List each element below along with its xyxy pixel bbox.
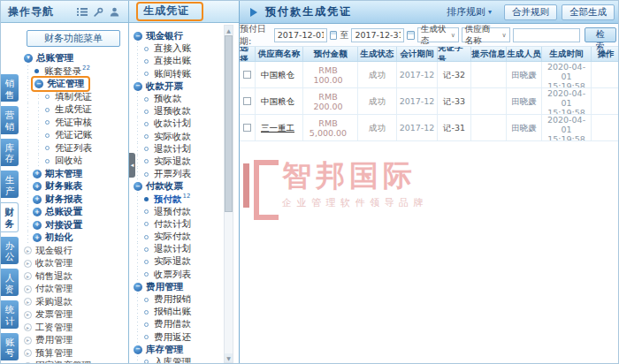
tree-node-icon: [144, 272, 149, 277]
tree-item[interactable]: 开票列表: [129, 168, 239, 180]
tree-item[interactable]: 费用报销: [129, 293, 239, 306]
voucher-tree-panel: 生成凭证 现金银行 直接入账: [129, 1, 240, 364]
scroll-down-icon[interactable]: ▼: [225, 353, 233, 362]
tree-item[interactable]: 账间转账: [129, 68, 239, 80]
list-icon[interactable]: [77, 7, 88, 16]
tree-item[interactable]: 初始化: [19, 231, 128, 245]
supplier-cell[interactable]: 中国粮仓: [256, 62, 303, 87]
tree-item[interactable]: 发票管理: [19, 308, 128, 322]
column-header[interactable]: 提示信息: [471, 47, 507, 61]
tree-item[interactable]: 生成凭证: [19, 103, 128, 117]
tree-item[interactable]: 现金银行: [129, 30, 239, 42]
tree-item[interactable]: 固定资产管理: [19, 360, 128, 364]
tree-item[interactable]: 退预付款: [129, 206, 239, 218]
tree-item[interactable]: 填制凭证: [19, 91, 128, 104]
chevron-down-icon: ∨: [501, 32, 506, 39]
tree-item[interactable]: 费用借款: [129, 318, 239, 330]
tree-item[interactable]: 退款计划: [129, 143, 239, 155]
tree-item[interactable]: 直接入账: [129, 42, 239, 55]
tree-item[interactable]: 财务账表: [19, 180, 128, 193]
module-tab[interactable]: 办公: [1, 237, 19, 264]
row-checkbox[interactable]: [243, 71, 251, 79]
tree-item[interactable]: 收款计划: [129, 118, 239, 130]
scrollbar-thumb[interactable]: [225, 35, 233, 212]
hint-cell: [471, 115, 507, 140]
tree-item[interactable]: 凭证列表: [19, 142, 128, 155]
panel-collapse-handle[interactable]: ◂: [129, 153, 135, 178]
scrollbar[interactable]: ▲ ▼: [224, 25, 233, 363]
tree-item[interactable]: 库存管理: [129, 344, 239, 356]
tree-item[interactable]: 销售退款: [19, 270, 128, 284]
module-tab[interactable]: 统计: [1, 300, 19, 328]
tree-item[interactable]: 费用返还: [129, 331, 239, 344]
tree-item[interactable]: 入库管理: [129, 356, 239, 364]
keyword-input[interactable]: [513, 28, 580, 42]
tree-item[interactable]: 退预收款: [129, 105, 239, 118]
tree-item[interactable]: 期末管理: [19, 168, 128, 181]
tree-item[interactable]: 付款收票: [129, 180, 239, 193]
scroll-up-icon[interactable]: ▲: [225, 26, 233, 34]
tree-item[interactable]: 收票列表: [129, 269, 239, 281]
tree-item[interactable]: 直接出账: [129, 55, 239, 67]
row-checkbox[interactable]: [243, 124, 251, 132]
column-header[interactable]: 操作: [592, 47, 619, 61]
tree-item[interactable]: 凭证管理: [19, 78, 128, 91]
tree-item[interactable]: 对接设置: [19, 219, 128, 232]
module-tab[interactable]: 账号: [1, 333, 19, 360]
module-tab[interactable]: 人资: [1, 269, 19, 296]
column-header[interactable]: 会计期间: [397, 47, 438, 61]
column-header[interactable]: 选择: [240, 47, 256, 61]
tree-item[interactable]: 收款开票: [129, 80, 239, 93]
column-header[interactable]: 供应商名称: [256, 47, 303, 61]
status-select[interactable]: 生成状态 ∨: [417, 27, 459, 42]
tree-item[interactable]: 工资管理: [19, 322, 128, 335]
supplier-select[interactable]: 供应商名称 ∨: [462, 27, 510, 42]
date-to-input[interactable]: [351, 28, 404, 42]
sort-rule-dropdown[interactable]: 排序规则 ▾: [447, 5, 492, 19]
module-tab[interactable]: 销售: [1, 74, 19, 102]
tree-item[interactable]: 付款计划: [129, 218, 239, 231]
tree-item[interactable]: 实际收款: [129, 131, 239, 143]
wrench-icon[interactable]: [94, 7, 103, 17]
tree-item[interactable]: 实际退款: [129, 255, 239, 268]
tree-item[interactable]: 费用管理: [129, 281, 239, 293]
tree-item[interactable]: 总账设置: [19, 206, 128, 219]
tree-item[interactable]: 实际退款: [129, 155, 239, 168]
merge-rule-button[interactable]: 合并规则: [504, 4, 557, 20]
tree-item[interactable]: 收款管理: [19, 257, 128, 270]
tree-item[interactable]: 预收款: [129, 93, 239, 105]
supplier-cell[interactable]: 中国粮仓: [256, 88, 303, 114]
supplier-cell[interactable]: 三一重工: [256, 115, 303, 140]
tree-item[interactable]: 总账管理: [19, 52, 128, 65]
column-header[interactable]: 生成人员: [507, 47, 542, 61]
calendar-icon[interactable]: [330, 31, 338, 40]
tree-item[interactable]: 费用管理: [19, 334, 128, 347]
tree-item[interactable]: 付款管理: [19, 283, 128, 296]
tree-item[interactable]: 凭证审核: [19, 117, 128, 130]
module-tab[interactable]: 库存: [1, 139, 19, 166]
calendar-icon[interactable]: [407, 31, 415, 40]
tree-item[interactable]: 财务报表: [19, 193, 128, 207]
finance-menu-button[interactable]: 财务功能菜单: [27, 30, 120, 47]
module-tab[interactable]: 生产: [1, 171, 19, 198]
tree-item[interactable]: 预付款12: [129, 193, 239, 205]
column-header[interactable]: 生成状态: [358, 47, 397, 61]
tree-item[interactable]: 实际付款: [129, 231, 239, 243]
tree-item[interactable]: 凭证记账: [19, 129, 128, 142]
row-checkbox[interactable]: [243, 97, 251, 105]
tree-item[interactable]: 预算管理: [19, 347, 128, 360]
module-tab[interactable]: 营销: [1, 106, 19, 133]
tree-item[interactable]: 采购退款: [19, 296, 128, 309]
date-from-input[interactable]: [274, 28, 327, 42]
generate-all-button[interactable]: 全部生成: [562, 4, 615, 20]
user-icon[interactable]: [110, 7, 119, 17]
tree-item[interactable]: 退款计划: [129, 243, 239, 255]
tree-item[interactable]: 报销出账: [129, 306, 239, 318]
tree-item[interactable]: 现金银行: [19, 245, 128, 258]
search-button[interactable]: 检索: [585, 27, 616, 42]
column-header[interactable]: 凭证字号: [438, 47, 471, 61]
tree-item[interactable]: 回收站: [19, 155, 128, 168]
column-header[interactable]: 生成时间: [542, 47, 592, 61]
module-tab[interactable]: 财务: [1, 202, 19, 231]
column-header[interactable]: 预付金额: [303, 47, 358, 61]
